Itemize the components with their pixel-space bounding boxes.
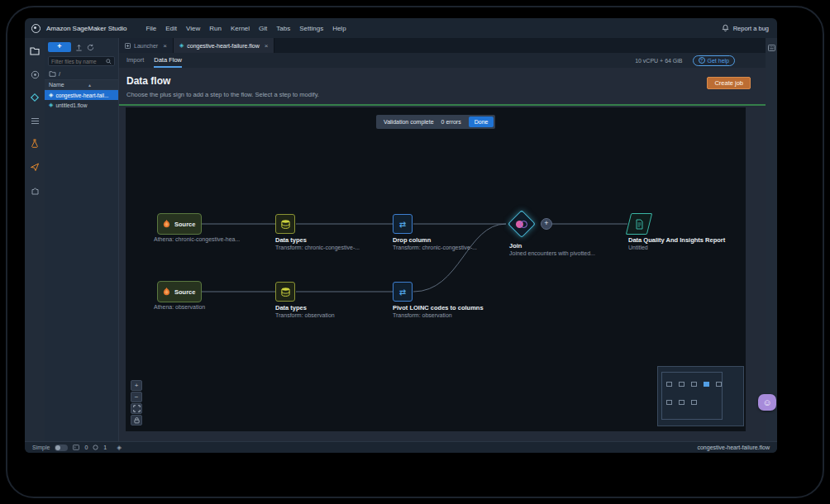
pipelines-send-icon[interactable]	[28, 161, 41, 173]
minimap-node-selected	[704, 382, 709, 387]
node-data-types-2[interactable]	[275, 282, 295, 302]
table-of-contents-icon[interactable]	[28, 115, 41, 126]
node-subtitle: Transform: observation	[275, 312, 335, 318]
right-rail	[766, 38, 777, 441]
terminal-icon	[73, 445, 79, 450]
validation-errors: 0 errors	[441, 119, 461, 125]
menu-kernel[interactable]: Kernel	[229, 25, 251, 32]
node-title: Data Quality And Insights Report	[628, 236, 725, 244]
flow-canvas[interactable]: Validation complete 0 errors Done Source…	[126, 107, 746, 431]
fit-view-button[interactable]	[131, 403, 142, 414]
extensions-puzzle-icon[interactable]	[28, 184, 41, 196]
tab-flow-file[interactable]: ◈ congestive-heart-failure.flow ×	[174, 38, 275, 53]
node-title: Source	[174, 221, 195, 228]
zoom-out-button[interactable]: −	[131, 392, 142, 402]
running-sessions-icon[interactable]	[28, 69, 41, 80]
file-browser-icon[interactable]	[28, 45, 41, 57]
experiments-flask-icon[interactable]	[28, 138, 41, 150]
minimap-node	[716, 382, 722, 387]
node-source-1[interactable]: Source	[157, 213, 202, 235]
page-subtitle: Choose the plus sign to add a step to th…	[126, 91, 766, 98]
file-name-label: congestive-heart-fail...	[55, 93, 108, 98]
join-venn-icon	[508, 210, 536, 238]
flow-edges	[126, 107, 746, 431]
chat-feedback-button[interactable]: ☺	[758, 394, 776, 411]
refresh-icon[interactable]	[87, 44, 94, 51]
minimap-node	[691, 382, 697, 387]
minimap-node	[666, 382, 672, 387]
canvas-zoom-controls: + −	[131, 380, 142, 426]
node-subtitle: Transform: chronic-congestive-...	[393, 245, 477, 250]
folder-icon	[49, 71, 56, 77]
tab-launcher[interactable]: Launcher ×	[119, 38, 174, 53]
transform-arrows-icon: ⇄	[399, 288, 406, 297]
node-pivot[interactable]: ⇄	[393, 282, 413, 302]
node-source-2[interactable]: Source	[157, 281, 202, 302]
menu-tabs[interactable]: Tabs	[274, 25, 292, 32]
node-drop-column[interactable]: ⇄	[393, 214, 413, 234]
report-a-bug-link[interactable]: Report a bug	[733, 25, 769, 32]
add-step-button[interactable]: +	[541, 218, 552, 230]
simple-mode-toggle[interactable]	[55, 445, 68, 451]
lock-button[interactable]	[131, 415, 142, 426]
get-help-button[interactable]: ? Get help	[693, 55, 735, 66]
close-icon[interactable]: ×	[161, 42, 167, 50]
node-title: Data types	[275, 304, 307, 311]
left-activity-rail	[25, 38, 45, 441]
node-subtitle: Athena: observation	[154, 304, 205, 310]
menu-settings[interactable]: Settings	[298, 25, 325, 32]
flow-subtabbar: Import Data Flow 10 vCPU + 64 GiB ? Get …	[119, 53, 766, 68]
menubar: Amazon SageMaker Studio File Edit View R…	[25, 18, 777, 38]
tab-label: Launcher	[134, 43, 158, 49]
menu-run[interactable]: Run	[208, 25, 223, 32]
filter-files-box	[48, 56, 115, 66]
app-title: Amazon SageMaker Studio	[46, 25, 126, 32]
zoom-in-button[interactable]: +	[131, 380, 142, 391]
node-insights-report[interactable]	[628, 213, 650, 235]
document-tabbar: Launcher × ◈ congestive-heart-failure.fl…	[119, 38, 766, 53]
flow-file-icon: ◈	[179, 42, 184, 49]
upload-icon[interactable]	[75, 44, 83, 51]
file-browser-panel: + / Name	[45, 38, 119, 441]
sort-caret-icon: ▴	[88, 82, 91, 88]
subtab-import[interactable]: Import	[126, 53, 144, 68]
athena-flame-icon	[162, 219, 171, 229]
main-area: Launcher × ◈ congestive-heart-failure.fl…	[119, 38, 766, 441]
header-divider	[119, 104, 766, 106]
statusbar-filename: congestive-heart-failure.flow	[697, 445, 770, 450]
property-inspector-icon[interactable]	[768, 45, 775, 441]
menu-file[interactable]: File	[144, 25, 158, 32]
menu-help[interactable]: Help	[331, 25, 347, 32]
report-document-icon	[628, 213, 650, 235]
file-row-congestive-heart-failure[interactable]: ◈ congestive-heart-fail...	[45, 90, 118, 100]
subtab-data-flow[interactable]: Data Flow	[154, 53, 182, 68]
node-join[interactable]	[508, 210, 536, 238]
menu-view[interactable]: View	[184, 25, 202, 32]
menu-git[interactable]: Git	[257, 25, 269, 32]
transform-arrows-icon: ⇄	[399, 220, 406, 229]
kernel-count[interactable]: 1	[103, 445, 107, 450]
validation-message: Validation complete	[384, 119, 434, 125]
file-row-untitled1[interactable]: ◈ untitled1.flow	[45, 100, 118, 110]
create-job-button[interactable]: Create job	[707, 77, 751, 89]
validation-banner: Validation complete 0 errors Done	[376, 115, 495, 129]
menu-edit[interactable]: Edit	[164, 25, 179, 32]
node-subtitle: Athena: chronic-congestive-hea...	[154, 236, 240, 242]
data-wrangler-flow-icon[interactable]	[28, 92, 41, 103]
breadcrumb[interactable]: /	[45, 68, 118, 79]
node-title: Drop column	[393, 236, 431, 244]
minimap-node	[666, 400, 672, 405]
file-list-name-header[interactable]: Name ▴	[45, 79, 118, 90]
filter-files-input[interactable]	[51, 59, 104, 64]
flow-file-icon: ◈	[49, 92, 53, 98]
close-icon[interactable]: ×	[263, 42, 269, 50]
new-launcher-button[interactable]: +	[48, 42, 71, 52]
notifications-bell-icon[interactable]	[722, 24, 729, 32]
validation-done-button[interactable]: Done	[469, 116, 494, 127]
terminal-count[interactable]: 0	[84, 445, 88, 450]
node-data-types-1[interactable]	[275, 214, 295, 234]
tab-label: congestive-heart-failure.flow	[187, 43, 260, 49]
minimap[interactable]	[657, 366, 744, 426]
statusbar: Simple 0 1 ◈ congestive-heart-failure.fl…	[25, 441, 777, 453]
kernel-icon	[93, 445, 98, 450]
